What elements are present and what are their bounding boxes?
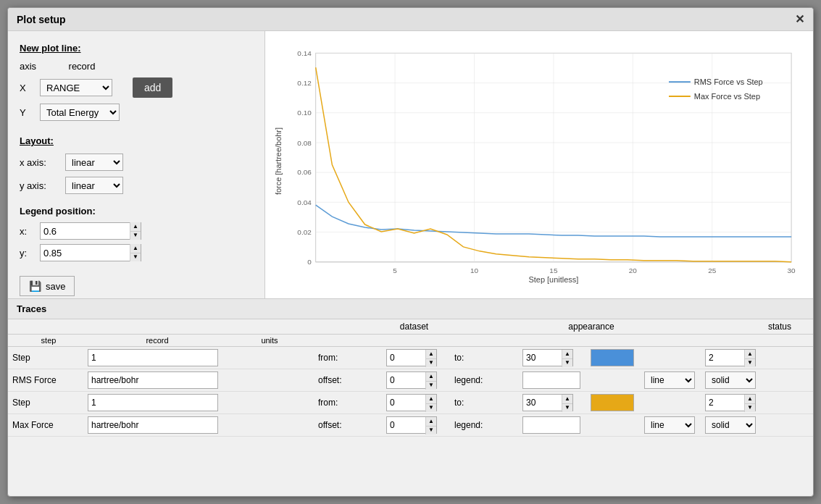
- trace1-width-spinner: ▲ ▼: [705, 349, 756, 366]
- svg-text:0.12: 0.12: [297, 79, 312, 87]
- trace1-to-up[interactable]: ▲: [562, 350, 572, 359]
- trace2-color-picker[interactable]: [591, 394, 634, 411]
- trace1-from-down[interactable]: ▼: [426, 359, 436, 368]
- svg-text:30: 30: [788, 266, 796, 274]
- trace1-to-down[interactable]: ▼: [562, 359, 572, 368]
- legend-x-down-btn[interactable]: ▼: [130, 232, 141, 240]
- trace2-to-label: to:: [454, 398, 520, 408]
- units-col-header: units: [230, 336, 309, 345]
- trace1-legend-label: legend:: [454, 375, 520, 385]
- trace2-line-type-select[interactable]: line marker: [644, 416, 695, 434]
- chart-container: force [hartree/bohr] 0.14 0.12 0.10 0.08…: [272, 38, 806, 291]
- trace1-line-style-select[interactable]: solid dashed: [705, 371, 756, 389]
- appearance-header: appearance: [519, 322, 664, 332]
- axis-record-header: axis record: [20, 61, 253, 72]
- svg-text:0.08: 0.08: [297, 139, 312, 147]
- trace1-from-up[interactable]: ▲: [426, 350, 436, 359]
- legend-x-row: x: ▲ ▼: [20, 222, 253, 240]
- x-axis-label: x axis:: [20, 157, 59, 168]
- dataset-header: dataset: [309, 322, 519, 332]
- trace2-to-down[interactable]: ▼: [562, 404, 572, 413]
- x-record-select[interactable]: RANGE: [40, 79, 112, 96]
- trace1-from-label: from:: [318, 353, 383, 363]
- y-axis-label: y axis:: [20, 180, 59, 191]
- legend-y-row: y: ▲ ▼: [20, 244, 253, 261]
- legend-y-down-btn[interactable]: ▼: [130, 253, 141, 262]
- trace2-width-input[interactable]: [706, 395, 744, 411]
- svg-text:0.04: 0.04: [297, 198, 312, 206]
- trace2-offset-down[interactable]: ▼: [426, 427, 436, 435]
- status-header: status: [751, 322, 809, 332]
- svg-text:0.06: 0.06: [297, 168, 312, 176]
- traces-sub-headers: step record units: [8, 335, 813, 347]
- legend-y-spinner: ▲ ▼: [40, 244, 141, 261]
- trace1-offset-spinner: ▲ ▼: [386, 371, 437, 389]
- save-label: save: [46, 281, 65, 292]
- legend-section: Legend position: x: ▲ ▼ y:: [20, 206, 253, 261]
- trace-row-1b: RMS Force offset: ▲ ▼ legend: line: [8, 369, 813, 392]
- svg-text:0.10: 0.10: [297, 109, 312, 117]
- trace2-from-down[interactable]: ▼: [426, 404, 436, 413]
- trace1-width-down[interactable]: ▼: [745, 359, 755, 368]
- save-button[interactable]: 💾 save: [20, 276, 75, 296]
- trace2-offset-input[interactable]: [387, 417, 425, 433]
- trace2-to-up[interactable]: ▲: [562, 395, 572, 404]
- trace1-offset-input[interactable]: [387, 372, 425, 388]
- legend-y-input[interactable]: [41, 246, 130, 260]
- legend-y-up-btn[interactable]: ▲: [130, 244, 141, 253]
- trace2-legend-input[interactable]: [522, 416, 580, 434]
- trace1-offset-down[interactable]: ▼: [426, 382, 436, 390]
- legend-x-spinner-btns: ▲ ▼: [130, 222, 141, 240]
- trace1-from-input[interactable]: [387, 350, 425, 366]
- trace2-from-spinner: ▲ ▼: [386, 394, 437, 411]
- svg-text:0.02: 0.02: [297, 228, 312, 236]
- trace1-from-spinner: ▲ ▼: [386, 349, 437, 366]
- trace1-offset-up[interactable]: ▲: [426, 372, 436, 382]
- y-axis-select[interactable]: linear log: [65, 177, 123, 194]
- trace2-line-style-select[interactable]: solid dashed: [705, 416, 756, 434]
- close-button[interactable]: ✕: [795, 12, 804, 26]
- trace2-from-up[interactable]: ▲: [426, 395, 436, 404]
- add-button[interactable]: add: [133, 77, 172, 98]
- trace1-width-up[interactable]: ▲: [745, 350, 755, 359]
- dialog-title: Plot setup: [17, 14, 66, 25]
- trace2-offset-up[interactable]: ▲: [426, 417, 436, 427]
- legend-max-label: Max Force vs Step: [694, 92, 760, 101]
- x-axis-label: Step [unitless]: [529, 275, 579, 284]
- plot-setup-dialog: Plot setup ✕ New plot line: axis record …: [7, 7, 814, 497]
- legend-y-spinner-btns: ▲ ▼: [130, 244, 141, 261]
- traces-header: Traces: [8, 299, 813, 319]
- step-col-header: step: [12, 336, 85, 345]
- trace1-legend-input[interactable]: [522, 371, 580, 389]
- y-record-select[interactable]: Total Energy: [40, 104, 120, 121]
- x-axis-select[interactable]: linear log: [65, 154, 123, 171]
- layout-title: Layout:: [20, 135, 253, 146]
- trace1-to-label: to:: [454, 353, 520, 363]
- trace1-step-label: Step: [12, 353, 85, 363]
- legend-y-label: y:: [20, 248, 34, 259]
- svg-text:5: 5: [393, 266, 397, 274]
- y-label: Y: [20, 107, 34, 118]
- trace2-from-input[interactable]: [387, 395, 425, 411]
- trace1-to-input[interactable]: [523, 350, 562, 366]
- record-col-header: record: [85, 336, 230, 345]
- legend-x-label: x:: [20, 226, 34, 237]
- legend-x-input[interactable]: [41, 224, 130, 238]
- trace1-step-input[interactable]: [88, 349, 218, 366]
- svg-text:0.14: 0.14: [297, 49, 312, 57]
- trace1-offset-label: offset:: [318, 375, 383, 385]
- trace1-record-input[interactable]: [88, 371, 218, 389]
- svg-text:10: 10: [470, 266, 479, 274]
- svg-text:15: 15: [549, 266, 558, 274]
- trace2-record-input[interactable]: [88, 416, 218, 434]
- trace2-step-input[interactable]: [88, 394, 218, 411]
- trace2-width-down[interactable]: ▼: [745, 404, 755, 413]
- trace2-to-input[interactable]: [523, 395, 562, 411]
- chart-svg: force [hartree/bohr] 0.14 0.12 0.10 0.08…: [272, 38, 806, 291]
- trace1-line-type-select[interactable]: line marker: [644, 371, 695, 389]
- trace1-color-picker[interactable]: [591, 349, 634, 366]
- trace2-width-up[interactable]: ▲: [745, 395, 755, 404]
- trace1-width-input[interactable]: [706, 350, 744, 366]
- legend-x-up-btn[interactable]: ▲: [130, 222, 141, 232]
- trace-row-1a: Step from: ▲ ▼ to: ▲ ▼: [8, 347, 813, 369]
